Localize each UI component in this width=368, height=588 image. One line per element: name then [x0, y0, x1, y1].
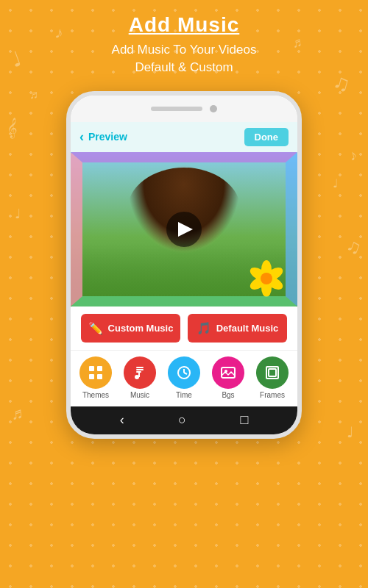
flower-decoration	[244, 257, 289, 301]
play-button[interactable]	[166, 212, 202, 247]
done-button[interactable]: Done	[244, 128, 289, 146]
nav-item-bgs[interactable]: Bgs	[206, 356, 250, 399]
chevron-left-icon: ‹	[79, 129, 84, 145]
subtitle-line2: Default & Custom	[135, 60, 233, 74]
music-note-icon: 🎵	[197, 321, 211, 335]
video-preview-area	[71, 152, 297, 306]
main-title: Add Music	[15, 13, 353, 37]
svg-rect-24	[269, 369, 276, 376]
bgs-circle	[212, 356, 244, 389]
nav-item-frames[interactable]: Frames	[250, 356, 294, 399]
svg-rect-17	[138, 371, 140, 377]
time-circle	[168, 356, 200, 389]
preview-label: Preview	[88, 131, 127, 143]
custom-music-button[interactable]: ✏️ Custom Music	[81, 314, 180, 343]
svg-rect-11	[89, 374, 94, 379]
play-icon	[178, 222, 193, 237]
music-buttons-row: ✏️ Custom Music 🎵 Default Music	[71, 306, 297, 350]
svg-point-8	[261, 273, 272, 284]
default-music-button[interactable]: 🎵 Default Music	[188, 314, 287, 343]
pencil-icon: ✏️	[88, 321, 103, 335]
default-music-label: Default Music	[216, 323, 279, 334]
android-back-button[interactable]: ‹	[120, 412, 124, 428]
phone-mockup: ‹ Preview Done	[66, 91, 302, 439]
svg-rect-21	[222, 368, 235, 378]
music-circle	[124, 356, 156, 389]
phone-top-bar	[71, 96, 297, 122]
android-recent-button[interactable]: □	[240, 412, 248, 428]
top-section: Add Music Add Music To Your Videos Defau…	[0, 0, 368, 84]
subtitle-line1: Add Music To Your Videos	[112, 43, 257, 57]
app-header: ‹ Preview Done	[71, 122, 297, 152]
nav-item-music[interactable]: Music	[118, 356, 162, 399]
android-nav-bar: ‹ ○ □	[71, 406, 297, 434]
phone-camera	[210, 105, 217, 112]
time-label: Time	[176, 391, 192, 399]
svg-rect-9	[89, 366, 94, 371]
nav-item-themes[interactable]: Themes	[74, 356, 118, 399]
svg-rect-13	[136, 367, 144, 368]
nav-item-time[interactable]: Time	[162, 356, 206, 399]
themes-label: Themes	[82, 391, 109, 399]
android-home-button[interactable]: ○	[178, 412, 186, 428]
music-label: Music	[130, 391, 149, 399]
frames-label: Frames	[260, 391, 285, 399]
back-button[interactable]: ‹ Preview	[79, 129, 127, 145]
svg-line-20	[184, 373, 187, 374]
frames-circle	[256, 356, 289, 389]
svg-rect-12	[97, 374, 102, 379]
bgs-label: Bgs	[222, 391, 234, 399]
bottom-navigation: Themes Music	[71, 350, 297, 406]
phone-speaker	[151, 107, 202, 111]
subtitle: Add Music To Your Videos Default & Custo…	[15, 41, 353, 76]
svg-rect-10	[97, 366, 102, 371]
custom-music-label: Custom Music	[108, 323, 174, 334]
themes-circle	[79, 356, 112, 389]
svg-rect-14	[136, 369, 144, 370]
phone-wrapper: ‹ Preview Done	[0, 91, 368, 439]
